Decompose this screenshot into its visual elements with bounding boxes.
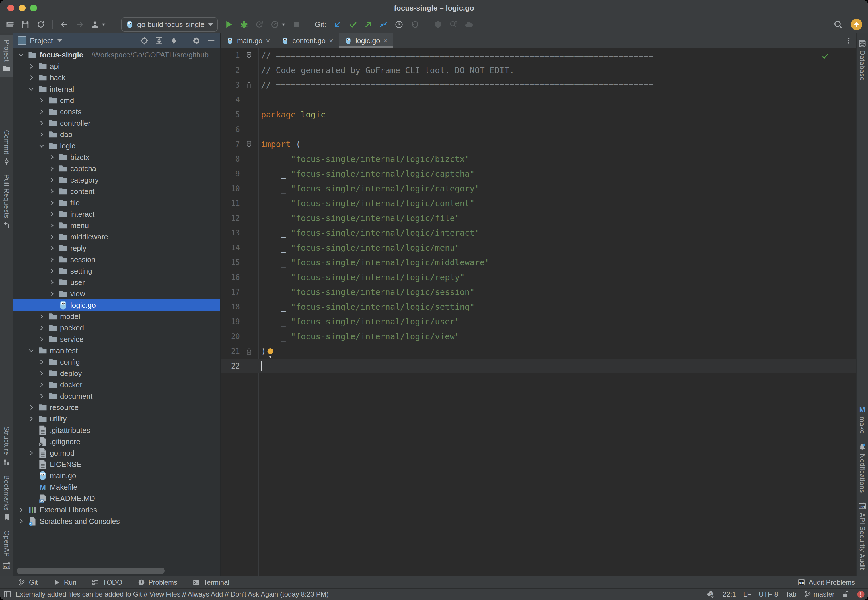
tree-item-service[interactable]: service xyxy=(14,333,220,345)
tool-window-button-notifications[interactable]: Notifications xyxy=(857,438,868,497)
chevron-right-icon[interactable] xyxy=(49,256,59,263)
run-button[interactable] xyxy=(225,20,233,29)
indent-style[interactable]: Tab xyxy=(786,590,797,598)
fold-marker-icon[interactable] xyxy=(240,81,258,89)
code-line[interactable]: 7import ( xyxy=(220,137,856,152)
chevron-right-icon[interactable] xyxy=(38,382,49,388)
hide-panel-icon[interactable] xyxy=(207,36,216,45)
horizontal-scrollbar[interactable] xyxy=(17,568,165,574)
back-icon[interactable] xyxy=(60,20,68,29)
tool-window-button-project[interactable]: Project xyxy=(0,35,13,77)
tool-window-button-problems[interactable]: Problems xyxy=(138,579,177,586)
chevron-right-icon[interactable] xyxy=(49,223,59,229)
code-line[interactable]: 4 xyxy=(220,92,856,107)
code-line[interactable]: 16 _ "focus-single/internal/logic/reply" xyxy=(220,270,856,285)
intention-bulb-icon[interactable] xyxy=(266,348,274,358)
code-editor[interactable]: 1// ====================================… xyxy=(220,48,856,576)
chevron-right-icon[interactable] xyxy=(28,450,38,456)
chevron-right-icon[interactable] xyxy=(38,120,49,126)
error-indicator-icon[interactable] xyxy=(857,590,865,598)
chevron-down-icon[interactable] xyxy=(18,52,28,58)
git-branch-widget[interactable]: master xyxy=(804,590,835,598)
tree-item-reply[interactable]: reply xyxy=(14,242,220,254)
tree-item-dao[interactable]: dao xyxy=(14,129,220,140)
tool-window-toggle-icon[interactable] xyxy=(3,590,11,598)
chevron-right-icon[interactable] xyxy=(38,314,49,320)
code-line[interactable]: 1// ====================================… xyxy=(220,48,856,63)
chevron-right-icon[interactable] xyxy=(49,279,59,285)
run-with-coverage-icon[interactable] xyxy=(255,20,264,29)
tree-item-model[interactable]: model xyxy=(14,311,220,322)
code-line[interactable]: 11 _ "focus-single/internal/logic/conten… xyxy=(220,196,856,211)
save-all-icon[interactable] xyxy=(21,20,30,29)
tree-item-api[interactable]: api xyxy=(14,61,220,72)
tree-item-bizctx[interactable]: bizctx xyxy=(14,152,220,163)
tree-item-docker[interactable]: docker xyxy=(14,379,220,391)
code-line[interactable]: 17 _ "focus-single/internal/logic/sessio… xyxy=(220,285,856,299)
tree-item-focus-single[interactable]: focus-single~/Workspace/Go/GOPATH/src/gi… xyxy=(14,49,220,61)
close-window-button[interactable] xyxy=(8,5,14,11)
chevron-right-icon[interactable] xyxy=(49,211,59,217)
tree-item-deploy[interactable]: deploy xyxy=(14,368,220,379)
tree-item-interact[interactable]: interact xyxy=(14,208,220,220)
tree-item-hack[interactable]: hack xyxy=(14,72,220,83)
code-line[interactable]: 14 _ "focus-single/internal/logic/menu" xyxy=(220,240,856,255)
tree-item-readme.md[interactable]: MDREADME.MD xyxy=(14,493,220,504)
git-update-icon[interactable] xyxy=(333,20,342,29)
chevron-right-icon[interactable] xyxy=(49,154,59,161)
code-line[interactable]: 10 _ "focus-single/internal/logic/catego… xyxy=(220,181,856,196)
update-available-icon[interactable] xyxy=(851,19,862,30)
zoom-window-button[interactable] xyxy=(30,5,37,11)
chevron-right-icon[interactable] xyxy=(28,416,38,422)
tree-item-menu[interactable]: menu xyxy=(14,220,220,231)
chevron-right-icon[interactable] xyxy=(38,370,49,376)
tree-item-scratches-and-consoles[interactable]: Scratches and Consoles xyxy=(14,515,220,527)
tree-item-view[interactable]: view xyxy=(14,288,220,299)
file-encoding[interactable]: UTF-8 xyxy=(759,590,778,598)
tool-window-button-make[interactable]: Mmake xyxy=(857,401,868,438)
chevron-right-icon[interactable] xyxy=(28,63,38,70)
chevron-right-icon[interactable] xyxy=(49,165,59,172)
code-line[interactable]: 19 _ "focus-single/internal/logic/user" xyxy=(220,314,856,329)
tree-item-packed[interactable]: packed xyxy=(14,322,220,333)
close-tab-icon[interactable]: × xyxy=(383,37,388,44)
code-line[interactable]: 20 _ "focus-single/internal/logic/view" xyxy=(220,329,856,344)
chevron-right-icon[interactable] xyxy=(38,97,49,103)
hexagon-icon[interactable] xyxy=(434,20,442,29)
tree-item-external-libraries[interactable]: External Libraries xyxy=(14,504,220,515)
close-tab-icon[interactable]: × xyxy=(266,37,270,44)
run-configuration-select[interactable]: go build focus-single xyxy=(121,17,218,32)
code-line[interactable]: 12 _ "focus-single/internal/logic/file" xyxy=(220,211,856,226)
fold-marker-icon[interactable] xyxy=(240,347,258,355)
rollback-icon[interactable] xyxy=(410,20,419,29)
chevron-right-icon[interactable] xyxy=(38,359,49,365)
cloud-icon[interactable] xyxy=(464,20,473,29)
line-separator[interactable]: LF xyxy=(743,590,751,598)
search-everywhere-icon[interactable] xyxy=(833,20,843,29)
user-menu[interactable] xyxy=(91,20,106,29)
history-icon[interactable] xyxy=(395,20,403,29)
chevron-right-icon[interactable] xyxy=(49,245,59,252)
code-line[interactable]: 5package logic xyxy=(220,107,856,122)
code-line[interactable]: 18 _ "focus-single/internal/logic/settin… xyxy=(220,299,856,314)
chevron-right-icon[interactable] xyxy=(38,336,49,342)
code-line[interactable]: 13 _ "focus-single/internal/logic/intera… xyxy=(220,226,856,240)
tree-item-.gitignore[interactable]: .gitignore xyxy=(14,436,220,447)
cloud-settings-icon[interactable]: ? xyxy=(707,590,715,598)
code-line[interactable]: 2// Code generated by GoFrame CLI tool. … xyxy=(220,63,856,77)
collapse-all-icon[interactable] xyxy=(170,36,178,45)
debug-button[interactable] xyxy=(240,20,248,29)
tree-item-file[interactable]: file xyxy=(14,197,220,208)
git-merge-icon[interactable] xyxy=(379,20,388,29)
tree-item-controller[interactable]: controller xyxy=(14,117,220,129)
chevron-right-icon[interactable] xyxy=(38,325,49,331)
code-line[interactable]: 6 xyxy=(220,122,856,137)
code-line[interactable]: 3// ====================================… xyxy=(220,77,856,92)
chevron-right-icon[interactable] xyxy=(49,188,59,194)
chevron-right-icon[interactable] xyxy=(28,74,38,81)
tool-window-button-api-security-audit[interactable]: /APIAPI Security Audit xyxy=(857,497,868,574)
tool-window-button-run[interactable]: Run xyxy=(53,579,76,586)
editor-tab-content-go[interactable]: content.go× xyxy=(276,33,339,48)
git-push-icon[interactable] xyxy=(364,20,372,29)
tree-item-logic.go[interactable]: logic.go xyxy=(14,299,220,311)
